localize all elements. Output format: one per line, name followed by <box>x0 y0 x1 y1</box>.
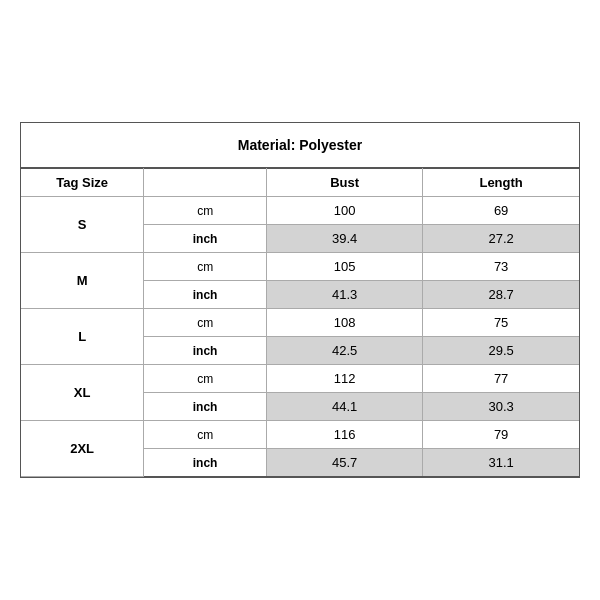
unit-cell-inch: inch <box>144 225 267 253</box>
tag-size-cell: XL <box>21 365 144 421</box>
table-row: Mcm10573 <box>21 253 579 281</box>
bust-inch-value: 39.4 <box>267 225 423 253</box>
bust-cm-value: 105 <box>267 253 423 281</box>
length-cm-value: 79 <box>423 421 579 449</box>
length-cm-value: 77 <box>423 365 579 393</box>
header-tag-size: Tag Size <box>21 169 144 197</box>
bust-cm-value: 112 <box>267 365 423 393</box>
length-cm-value: 69 <box>423 197 579 225</box>
bust-cm-value: 108 <box>267 309 423 337</box>
length-inch-value: 27.2 <box>423 225 579 253</box>
unit-cell-cm: cm <box>144 365 267 393</box>
unit-cell-inch: inch <box>144 393 267 421</box>
table-row: XLcm11277 <box>21 365 579 393</box>
header-bust: Bust <box>267 169 423 197</box>
header-length: Length <box>423 169 579 197</box>
tag-size-cell: S <box>21 197 144 253</box>
length-inch-value: 30.3 <box>423 393 579 421</box>
chart-title: Material: Polyester <box>21 123 579 168</box>
bust-cm-value: 116 <box>267 421 423 449</box>
bust-inch-value: 45.7 <box>267 449 423 477</box>
bust-inch-value: 42.5 <box>267 337 423 365</box>
length-cm-value: 73 <box>423 253 579 281</box>
unit-cell-inch: inch <box>144 281 267 309</box>
size-chart-container: Material: Polyester Tag Size Bust Length… <box>20 122 580 478</box>
bust-inch-value: 44.1 <box>267 393 423 421</box>
length-inch-value: 28.7 <box>423 281 579 309</box>
length-inch-value: 31.1 <box>423 449 579 477</box>
unit-cell-cm: cm <box>144 197 267 225</box>
tag-size-cell: 2XL <box>21 421 144 477</box>
table-row: Scm10069 <box>21 197 579 225</box>
length-cm-value: 75 <box>423 309 579 337</box>
unit-cell-cm: cm <box>144 253 267 281</box>
tag-size-cell: L <box>21 309 144 365</box>
tag-size-cell: M <box>21 253 144 309</box>
unit-cell-cm: cm <box>144 309 267 337</box>
header-unit-col <box>144 169 267 197</box>
table-row: Lcm10875 <box>21 309 579 337</box>
length-inch-value: 29.5 <box>423 337 579 365</box>
table-row: 2XLcm11679 <box>21 421 579 449</box>
size-table: Tag Size Bust Length Scm10069inch39.427.… <box>21 168 579 477</box>
unit-cell-inch: inch <box>144 337 267 365</box>
bust-cm-value: 100 <box>267 197 423 225</box>
unit-cell-inch: inch <box>144 449 267 477</box>
unit-cell-cm: cm <box>144 421 267 449</box>
bust-inch-value: 41.3 <box>267 281 423 309</box>
